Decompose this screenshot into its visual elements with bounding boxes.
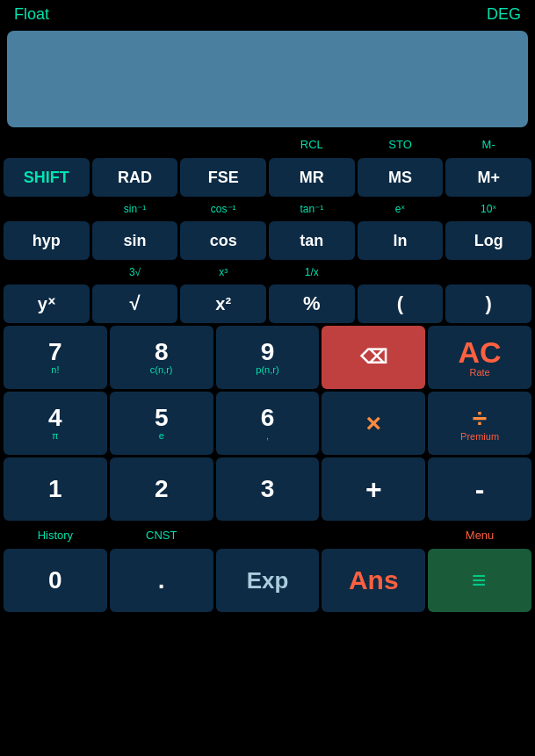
- mminus-label[interactable]: M-: [445, 138, 531, 151]
- rate-label: Rate: [469, 367, 489, 378]
- display-area: [7, 31, 528, 127]
- ans-label: Ans: [349, 567, 399, 594]
- mr-label: MR: [300, 169, 324, 185]
- ex-label: eˣ: [358, 199, 444, 219]
- mr-button[interactable]: MR: [269, 158, 355, 197]
- top-bar: Float DEG: [0, 0, 535, 27]
- three-button[interactable]: 3: [216, 457, 320, 521]
- four-button[interactable]: 4 π: [4, 392, 107, 455]
- multiply-button[interactable]: ×: [322, 392, 425, 455]
- divide-button[interactable]: ÷ Premium: [428, 392, 531, 455]
- backspace-icon: ⌫: [360, 348, 387, 367]
- pnr-label: p(n,r): [256, 364, 278, 375]
- closeparen-label: ): [486, 294, 492, 313]
- five-button[interactable]: 5 e: [110, 392, 213, 455]
- num-row-2: 4 π 5 e 6 , × ÷ Premium: [4, 392, 531, 455]
- comma-label: ,: [266, 430, 269, 441]
- backspace-button[interactable]: ⌫: [322, 326, 425, 389]
- seven-label: 7: [48, 340, 62, 364]
- cos-inv-label: cos⁻¹: [180, 199, 266, 219]
- memory-label-row: RCL STO M-: [4, 133, 531, 155]
- cnst-label[interactable]: CNST: [110, 523, 213, 546]
- tan-button[interactable]: tan: [269, 221, 355, 260]
- close-paren-button[interactable]: ): [445, 284, 531, 323]
- x2-button[interactable]: x²: [180, 284, 266, 323]
- rcl-label[interactable]: RCL: [269, 138, 355, 151]
- rad-label: RAD: [118, 169, 152, 185]
- ln-button[interactable]: ln: [358, 221, 444, 260]
- menu-label[interactable]: Menu: [428, 523, 531, 546]
- yx-label: yˣ: [38, 295, 55, 313]
- x3-label: x³: [180, 263, 266, 282]
- mplus-label: M+: [477, 169, 500, 185]
- one-button[interactable]: 1: [4, 457, 107, 521]
- ms-label: MS: [388, 169, 412, 185]
- power-row: yˣ √ x² % ( ): [4, 284, 531, 323]
- trig-sub-empty1: [4, 199, 90, 219]
- nine-button[interactable]: 9 p(n,r): [216, 326, 320, 389]
- x2-label: x²: [215, 295, 231, 313]
- tenx-label: 10ˣ: [445, 199, 531, 219]
- bottom-label-row: History CNST Menu: [4, 523, 531, 546]
- calc-body: RCL STO M- SHIFT RAD FSE MR MS M+ sin⁻¹ …: [0, 133, 535, 756]
- fse-button[interactable]: FSE: [180, 158, 266, 197]
- sin-inv-label: sin⁻¹: [92, 199, 178, 219]
- mplus-button[interactable]: M+: [445, 158, 531, 197]
- power-sub-empty2: [358, 263, 444, 282]
- fse-label: FSE: [208, 169, 239, 185]
- hyp-label: hyp: [33, 233, 61, 248]
- trig-row: hyp sin cos tan ln Log: [4, 221, 531, 260]
- exp-button[interactable]: Exp: [216, 549, 320, 612]
- ms-button[interactable]: MS: [358, 158, 444, 197]
- multiply-icon: ×: [366, 410, 382, 436]
- float-label[interactable]: Float: [14, 5, 49, 24]
- plus-button[interactable]: +: [322, 457, 425, 521]
- zero-label: 0: [48, 568, 62, 593]
- log-button[interactable]: Log: [445, 221, 531, 260]
- eight-button[interactable]: 8 c(n,r): [110, 326, 213, 389]
- minus-icon: -: [475, 475, 485, 503]
- sto-label[interactable]: STO: [358, 138, 444, 151]
- yx-button[interactable]: yˣ: [4, 284, 90, 323]
- history-label[interactable]: History: [4, 523, 107, 546]
- cos-button[interactable]: cos: [180, 221, 266, 260]
- rad-button[interactable]: RAD: [92, 158, 178, 197]
- equals-button[interactable]: ≡: [428, 549, 531, 612]
- exp-label: Exp: [247, 569, 289, 592]
- zero-button[interactable]: 0: [4, 549, 107, 612]
- four-label: 4: [48, 406, 62, 430]
- five-label: 5: [155, 406, 169, 430]
- openparen-label: (: [397, 294, 403, 313]
- plus-icon: +: [365, 475, 382, 503]
- num-row-1: 7 n! 8 c(n,r) 9 p(n,r) ⌫ AC Rate: [4, 326, 531, 389]
- seven-button[interactable]: 7 n!: [4, 326, 107, 389]
- three-label: 3: [261, 477, 275, 501]
- tan-inv-label: tan⁻¹: [269, 199, 355, 219]
- ans-button[interactable]: Ans: [322, 549, 425, 612]
- tan-label: tan: [300, 233, 323, 248]
- minus-button[interactable]: -: [428, 457, 531, 521]
- shift-label: SHIFT: [24, 169, 69, 185]
- dot-button[interactable]: .: [110, 549, 213, 612]
- bottom-empty2: [322, 523, 425, 546]
- deg-label[interactable]: DEG: [487, 5, 521, 24]
- hyp-button[interactable]: hyp: [4, 221, 90, 260]
- cnr-label: c(n,r): [150, 364, 173, 375]
- inv-label: 1/x: [269, 263, 355, 282]
- open-paren-button[interactable]: (: [358, 284, 444, 323]
- cos-label: cos: [210, 233, 237, 248]
- six-button[interactable]: 6 ,: [216, 392, 320, 455]
- equals-icon: ≡: [472, 568, 488, 593]
- sin-button[interactable]: sin: [92, 221, 178, 260]
- ac-button[interactable]: AC Rate: [428, 326, 531, 389]
- sqrt-button[interactable]: √: [92, 284, 178, 323]
- num-row-3: 1 2 3 + -: [4, 457, 531, 521]
- log-label: Log: [474, 233, 503, 248]
- power-sub-row: 3√ x³ 1/x: [4, 263, 531, 282]
- power-sub-empty3: [445, 263, 531, 282]
- shift-button[interactable]: SHIFT: [4, 158, 90, 197]
- percent-button[interactable]: %: [269, 284, 355, 323]
- pct-label: %: [303, 294, 321, 313]
- two-button[interactable]: 2: [110, 457, 213, 521]
- e-label: e: [159, 430, 164, 441]
